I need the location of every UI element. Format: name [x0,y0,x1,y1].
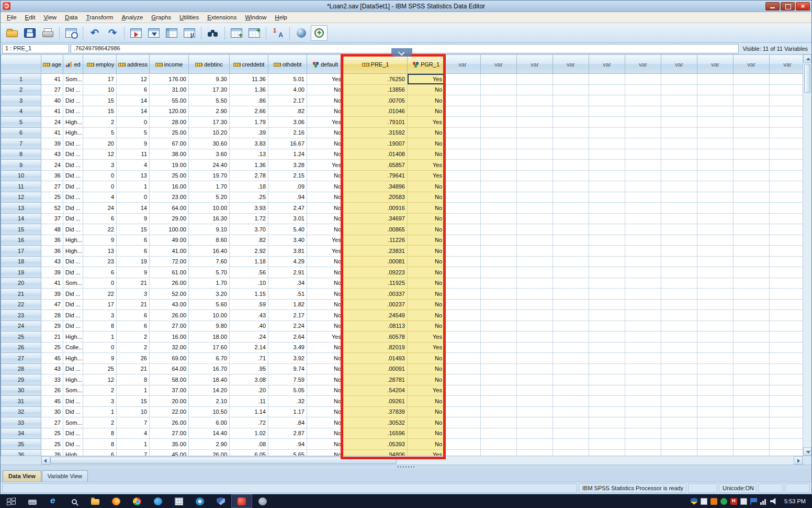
cell-address-row1[interactable]: 12 [117,74,150,85]
cell-var[interactable] [734,321,770,332]
cell-income-row13[interactable]: 64.00 [150,203,189,214]
cell-var[interactable] [734,385,770,396]
cell-var[interactable] [517,74,553,85]
cell-ed-row20[interactable]: Som... [63,278,83,289]
cell-var[interactable] [445,95,481,106]
cell-var[interactable] [734,181,770,192]
cell-var[interactable] [661,138,697,149]
cell-var[interactable] [661,235,697,246]
cell-var[interactable] [661,353,697,364]
cell-address-row17[interactable]: 6 [117,246,150,257]
cell-var[interactable] [625,353,661,364]
cell-employ-row34[interactable]: 8 [83,428,117,439]
cell-var[interactable] [481,235,517,246]
cell-pgr_1-row21[interactable]: No [408,289,445,300]
tray-shield-icon[interactable] [691,498,697,505]
cell-var[interactable] [589,214,625,225]
cell-var[interactable] [481,160,517,171]
cell-pgr_1-row3[interactable]: No [408,95,445,106]
cell-var[interactable] [481,385,517,396]
cell-employ-row4[interactable]: 15 [83,106,117,117]
cell-var[interactable] [553,407,589,418]
tray-flag-icon[interactable] [750,498,757,505]
cell-othdebt-row23[interactable]: 2.17 [268,310,307,321]
recall-dialogs-icon[interactable] [63,25,80,41]
row-header-35[interactable]: 35 [1,439,41,450]
cell-ed-row14[interactable]: Did ... [63,214,83,225]
cell-ed-row11[interactable]: Did ... [63,181,83,192]
cell-default-row33[interactable]: No [307,417,344,428]
cell-var[interactable] [734,235,770,246]
cell-var[interactable] [481,428,517,439]
cell-var[interactable] [625,332,661,343]
cell-pgr_1-row11[interactable]: No [408,181,445,192]
row-header-21[interactable]: 21 [1,289,41,300]
cell-var[interactable] [445,160,481,171]
cell-var[interactable] [481,74,517,85]
cell-othdebt-row20[interactable]: .34 [268,278,307,289]
cell-ed-row30[interactable]: Som... [63,385,83,396]
row-header-9[interactable]: 9 [1,160,41,171]
cell-var[interactable] [661,95,697,106]
cell-var[interactable] [481,289,517,300]
cell-var[interactable] [553,417,589,428]
cell-var[interactable] [625,235,661,246]
safari-icon[interactable] [189,494,210,508]
cell-var[interactable] [625,343,661,354]
cell-pgr_1-row12[interactable]: No [408,192,445,203]
cell-var[interactable] [661,396,697,407]
cell-var[interactable] [445,364,481,375]
cell-var[interactable] [697,289,734,300]
cell-var[interactable] [553,396,589,407]
cell-var[interactable] [770,428,803,439]
cell-pre_1-row27[interactable]: .01493 [344,353,408,364]
cell-employ-row31[interactable]: 3 [83,396,117,407]
cell-var[interactable] [625,224,661,235]
cell-age-row9[interactable]: 24 [41,160,63,171]
cell-var[interactable] [734,439,770,450]
cell-var[interactable] [734,149,770,160]
cell-var[interactable] [697,385,734,396]
cell-othdebt-row19[interactable]: 2.91 [268,267,307,278]
cell-var[interactable] [625,396,661,407]
print-icon[interactable] [39,25,56,41]
cell-debtinc-row20[interactable]: 1.70 [189,278,230,289]
cell-employ-row15[interactable]: 22 [83,224,117,235]
search-icon[interactable] [64,494,85,508]
cell-age-row6[interactable]: 41 [41,128,63,139]
cell-var[interactable] [553,300,589,311]
cell-age-row12[interactable]: 25 [41,192,63,203]
cell-var[interactable] [734,224,770,235]
cell-var[interactable] [661,246,697,257]
cell-employ-row29[interactable]: 12 [83,374,117,385]
cell-var[interactable] [481,171,517,182]
cell-address-row34[interactable]: 4 [117,428,150,439]
cell-address-row22[interactable]: 21 [117,300,150,311]
cell-var[interactable] [553,117,589,128]
cell-creddebt-row35[interactable]: .08 [230,439,268,450]
cell-var[interactable] [589,385,625,396]
spss-taskbar-icon[interactable] [231,494,252,508]
cell-employ-row19[interactable]: 6 [83,267,117,278]
cell-var[interactable] [661,407,697,418]
row-header-16[interactable]: 16 [1,235,41,246]
cell-var[interactable] [661,439,697,450]
cell-var[interactable] [661,343,697,354]
cell-ed-row25[interactable]: High... [63,332,83,343]
menu-help[interactable]: Help [270,13,291,22]
cell-othdebt-row25[interactable]: 2.64 [268,332,307,343]
cell-default-row15[interactable]: No [307,224,344,235]
cell-var[interactable] [481,246,517,257]
cell-var[interactable] [697,203,734,214]
cell-var[interactable] [697,257,734,268]
cell-debtinc-row12[interactable]: 5.20 [189,192,230,203]
cell-default-row11[interactable]: No [307,181,344,192]
horizontal-scrollbar[interactable] [1,456,803,465]
cell-income-row11[interactable]: 16.00 [150,181,189,192]
cell-age-row5[interactable]: 24 [41,117,63,128]
cell-ed-row23[interactable]: Did ... [63,310,83,321]
cell-income-row31[interactable]: 20.00 [150,396,189,407]
settings-app-icon[interactable] [252,494,273,508]
cell-creddebt-row34[interactable]: 1.02 [230,428,268,439]
insert-cases-icon[interactable] [228,25,245,41]
